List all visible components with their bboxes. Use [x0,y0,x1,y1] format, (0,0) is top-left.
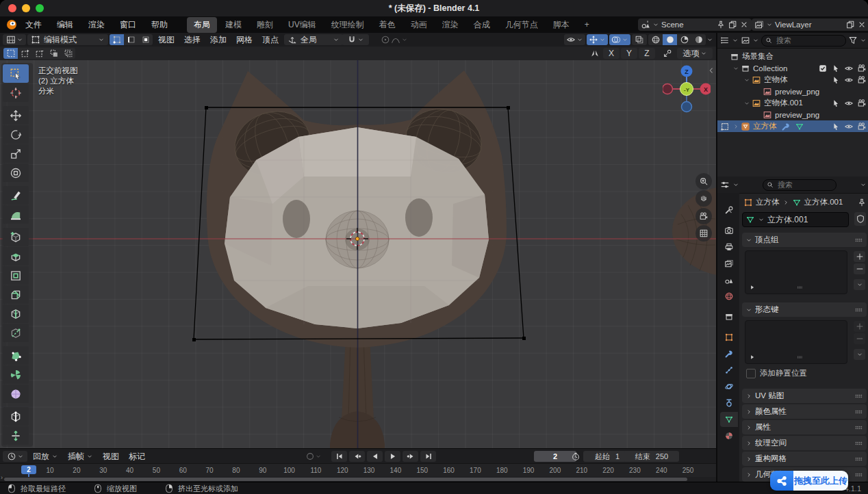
app-menu-帮助[interactable]: 帮助 [144,16,175,33]
transform-tool-button[interactable] [3,164,29,182]
particles-tab-button[interactable] [720,363,738,378]
outliner-row-立方体[interactable]: 立方体 [717,120,868,132]
horizontal-scrollbar[interactable] [4,478,687,481]
mesh-data-icon[interactable] [795,122,804,131]
edge-select-button[interactable] [124,34,138,45]
expander-icon[interactable] [743,77,750,83]
workspace-tab-动画[interactable]: 动画 [404,17,434,33]
material-tab-button[interactable] [720,428,738,443]
knife-tool-button[interactable] [3,324,29,342]
bevel-tool-button[interactable] [3,285,29,304]
shape-key-add-button[interactable] [854,321,865,332]
eye-icon[interactable] [844,75,854,85]
shrink-fatten-tool-button[interactable] [3,426,29,445]
outliner-row-空物体.001[interactable]: 空物体.001 [717,97,868,109]
app-menu-编辑[interactable]: 编辑 [49,16,81,33]
annotate-tool-button[interactable] [3,186,29,205]
constraints-tab-button[interactable] [720,395,738,411]
viewlayer-selector[interactable]: ViewLayer [752,18,868,31]
prev-keyframe-button[interactable] [349,451,365,462]
vertex-group-remove-button[interactable] [854,263,865,274]
vertex-select-button[interactable] [110,34,124,45]
panel-header-重构网格[interactable]: 重构网格 [742,452,867,466]
filter-type-icon[interactable] [741,36,750,45]
jump-end-button[interactable] [420,451,436,462]
grip-icon[interactable] [854,470,863,480]
expander-icon[interactable] [732,65,739,72]
grip-icon[interactable] [854,439,863,448]
select-arrow-icon[interactable] [831,64,841,73]
checkbox-icon[interactable] [818,64,828,73]
jump-start-button[interactable] [331,451,347,462]
workspace-tab-脚本[interactable]: 脚本 [546,17,576,33]
display-mode-icon[interactable] [720,36,730,45]
panel-header-颜色属性[interactable]: 颜色属性 [742,404,867,419]
boxselect-subtract-button[interactable] [32,48,47,59]
rest-position-checkbox[interactable] [746,369,756,378]
grip-icon[interactable] [796,284,803,291]
proportional-editing-group[interactable] [373,34,416,45]
app-menu-窗口[interactable]: 窗口 [112,16,144,33]
shape-key-remove-button[interactable] [854,333,865,344]
orientation-dropdown[interactable]: 全局 [284,34,343,45]
camera-icon[interactable] [857,75,867,85]
navigation-gizmo[interactable]: Z X -Y [663,65,711,113]
panel-header-UV 贴图[interactable]: UV 贴图 [742,389,867,403]
edge-slide-tool-button[interactable] [3,407,29,426]
mirror-y-toggle[interactable]: Y [621,48,637,59]
object-tab-button[interactable] [720,330,738,345]
physics-tab-button[interactable] [720,379,738,394]
app-menu-文件[interactable]: 文件 [18,16,49,33]
camera-icon[interactable] [857,122,867,131]
snap-target-icon[interactable] [663,49,672,58]
timeline-menu-标记[interactable]: 标记 [124,451,150,463]
pin-icon[interactable] [857,198,867,207]
shape-key-specials-button[interactable] [854,349,865,360]
next-keyframe-button[interactable] [403,451,418,462]
add-workspace-button[interactable]: + [578,18,596,31]
eye-icon[interactable] [844,64,854,73]
workspace-tab-着色[interactable]: 着色 [372,17,403,33]
current-frame-field[interactable]: 2 [534,451,576,462]
properties-editor-icon[interactable] [720,180,730,190]
grid-ortho-button[interactable] [695,225,712,242]
app-menu-渲染[interactable]: 渲染 [81,16,112,33]
play-button[interactable] [385,451,400,462]
list-filter-toggle-icon[interactable] [749,354,756,361]
workspace-tab-UV编辑[interactable]: UV编辑 [281,17,323,33]
autokey-group[interactable] [305,452,322,461]
upload-drop-button[interactable]: 拖拽至此上传 [770,471,848,491]
chevron-down-icon[interactable] [860,181,867,188]
outliner-search-input[interactable] [775,36,842,45]
breadcrumb-data[interactable]: 立方体.001 [804,197,843,207]
output-tab-button[interactable] [720,239,738,255]
workspace-tab-渲染[interactable]: 渲染 [435,17,465,33]
blender-logo-icon[interactable] [5,18,18,31]
boxselect-intersect-button[interactable] [61,48,75,59]
workspace-tab-合成[interactable]: 合成 [467,17,497,33]
data-name-field[interactable]: 立方体.001 [742,212,849,227]
camera-view-button[interactable] [695,208,712,224]
extrude-tool-button[interactable] [3,247,29,265]
workspace-tab-几何节点[interactable]: 几何节点 [498,17,545,33]
grip-icon[interactable] [854,407,863,417]
scene-selector[interactable]: Scene [638,18,752,31]
move-tool-button[interactable] [3,106,29,125]
viewport-menu-网格[interactable]: 网格 [231,34,257,46]
select-arrow-icon[interactable] [831,99,841,108]
material-shading-button[interactable] [677,34,691,45]
fake-user-shield-button[interactable] [854,212,866,226]
grip-icon[interactable] [854,391,863,401]
gizmo-neg-z[interactable] [682,102,692,112]
properties-search[interactable] [763,179,837,191]
workspace-tab-雕刻[interactable]: 雕刻 [250,17,280,33]
stopwatch-icon[interactable] [571,452,580,461]
cursor-tool-button[interactable] [3,83,29,102]
expander-icon[interactable] [732,123,739,130]
pin-icon[interactable] [716,20,726,29]
viewport-menu-视图[interactable]: 视图 [153,34,179,46]
outliner-search[interactable] [761,35,846,47]
wrench-icon[interactable] [781,122,791,131]
inset-tool-button[interactable] [3,266,29,285]
rotate-tool-button[interactable] [3,125,29,144]
